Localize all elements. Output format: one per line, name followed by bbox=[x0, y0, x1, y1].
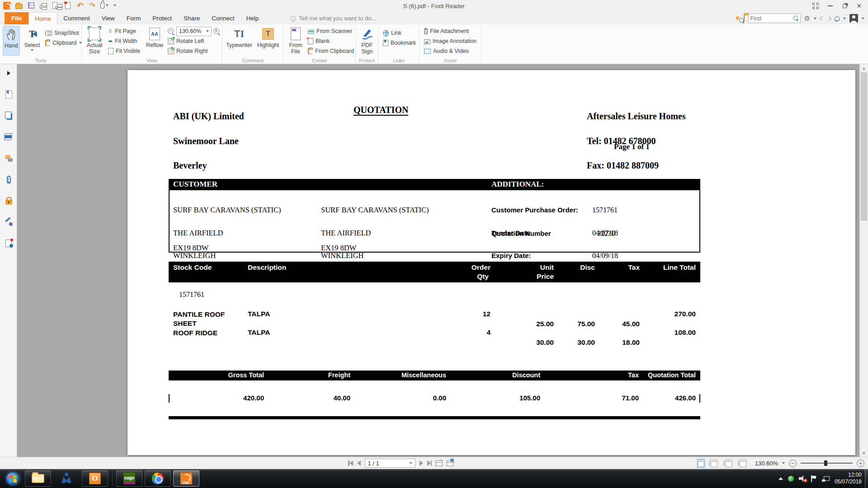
zoom-out-icon[interactable]: − bbox=[168, 28, 175, 35]
actual-size-button[interactable]: Actual Size bbox=[85, 26, 104, 56]
taskbar-messenger-button[interactable] bbox=[53, 470, 80, 487]
close-button[interactable]: ✕ bbox=[852, 0, 866, 12]
hand-tool-button[interactable]: Hand bbox=[3, 26, 20, 56]
taskbar-clock[interactable]: 12:00 05/07/2018 bbox=[835, 472, 862, 485]
blank-button[interactable]: Blank bbox=[308, 37, 330, 46]
gear-dropdown-caret[interactable] bbox=[814, 18, 816, 19]
tell-me-box[interactable]: Tell me what you want to do... bbox=[291, 12, 376, 24]
fit-width-button[interactable]: ⬌ Fit Width bbox=[108, 37, 137, 46]
layers-panel-icon[interactable] bbox=[3, 131, 14, 142]
first-page-button[interactable] bbox=[348, 460, 353, 466]
start-button[interactable] bbox=[3, 470, 23, 487]
notifications-bell-icon[interactable] bbox=[835, 16, 840, 21]
print-icon[interactable] bbox=[39, 1, 47, 9]
next-page-button[interactable] bbox=[420, 460, 423, 466]
snapshot-button[interactable]: SnapShot bbox=[45, 28, 79, 38]
volume-muted-icon[interactable]: ✕ bbox=[799, 475, 806, 482]
bookmarks-panel-icon[interactable] bbox=[3, 89, 14, 100]
scroll-down-arrow[interactable]: ▼ bbox=[860, 449, 868, 457]
facing-view-icon[interactable] bbox=[725, 460, 732, 467]
hand-tool-quick-icon[interactable] bbox=[100, 1, 108, 9]
pdf-page[interactable]: ABI (UK) Limited Swinemoor Lane Beverley… bbox=[127, 70, 855, 455]
taskbar-foxit-button[interactable] bbox=[173, 470, 199, 487]
zoom-out-button[interactable]: − bbox=[789, 460, 797, 467]
typewriter-button[interactable]: TI Typewriter bbox=[224, 26, 254, 56]
taskbar-outlook-button[interactable]: O bbox=[82, 470, 108, 487]
scrollbar-thumb[interactable] bbox=[861, 72, 867, 221]
continuous-view-icon[interactable] bbox=[711, 460, 717, 467]
save-icon[interactable] bbox=[27, 1, 35, 9]
new-document-icon[interactable]: ✱ bbox=[64, 1, 72, 9]
highlight-button[interactable]: T Highlight bbox=[255, 26, 281, 56]
ui-layout-icon[interactable] bbox=[808, 0, 823, 12]
tab-file[interactable]: File bbox=[5, 12, 28, 24]
search-icon[interactable] bbox=[793, 16, 798, 21]
action-center-flag-icon[interactable] bbox=[811, 475, 817, 482]
zoom-slider[interactable] bbox=[801, 463, 853, 464]
page-number-box[interactable]: 1 / 1 bbox=[365, 459, 415, 468]
from-file-button[interactable]: From File bbox=[286, 26, 305, 56]
show-hidden-icons-arrow[interactable] bbox=[778, 477, 783, 480]
redo-icon[interactable]: ↷ bbox=[88, 1, 96, 9]
comments-panel-icon[interactable] bbox=[3, 153, 14, 164]
back-chevron-icon[interactable] bbox=[819, 16, 824, 21]
forward-chevron-icon[interactable] bbox=[826, 16, 831, 21]
reflow-button[interactable]: AA Reflow bbox=[144, 26, 165, 56]
find-input[interactable] bbox=[749, 15, 793, 22]
clipboard-button[interactable]: Clipboard bbox=[45, 38, 82, 47]
taskbar-explorer-button[interactable] bbox=[25, 470, 51, 487]
fit-visible-button[interactable]: Fit Visible bbox=[108, 47, 140, 56]
next-view-icon[interactable] bbox=[447, 460, 453, 466]
account-avatar[interactable] bbox=[849, 14, 858, 23]
tab-protect[interactable]: Protect bbox=[146, 12, 178, 24]
customize-toolbar-icon[interactable] bbox=[113, 1, 117, 9]
tab-help[interactable]: Help bbox=[240, 12, 264, 24]
continuous-facing-view-icon[interactable] bbox=[740, 460, 746, 467]
zoom-in-button[interactable]: + bbox=[857, 460, 864, 467]
vertical-scrollbar[interactable]: ▲ ▼ bbox=[859, 64, 868, 457]
tab-connect[interactable]: Connect bbox=[206, 12, 240, 24]
last-page-button[interactable] bbox=[427, 460, 432, 466]
tab-view[interactable]: View bbox=[96, 12, 121, 24]
scroll-up-arrow[interactable]: ▲ bbox=[860, 64, 868, 72]
security-panel-icon[interactable] bbox=[3, 195, 14, 206]
tab-home[interactable]: Home bbox=[28, 12, 57, 24]
link-button[interactable]: Link bbox=[383, 28, 401, 38]
tray-status-icon[interactable] bbox=[788, 476, 794, 482]
from-scanner-button[interactable]: From Scanner bbox=[308, 27, 352, 36]
network-icon[interactable] bbox=[822, 475, 830, 482]
previous-view-icon[interactable] bbox=[436, 460, 443, 466]
signature-panel-icon[interactable] bbox=[3, 216, 14, 227]
tab-form[interactable]: Form bbox=[121, 12, 147, 24]
audio-video-button[interactable]: Audio & Video bbox=[424, 47, 469, 56]
previous-page-button[interactable] bbox=[357, 460, 361, 466]
attachments-panel-icon[interactable] bbox=[3, 174, 14, 185]
select-tool-button[interactable]: T Select bbox=[22, 26, 42, 56]
image-annotation-button[interactable]: Image Annotation bbox=[424, 37, 476, 46]
file-attachment-button[interactable]: File Attachment bbox=[424, 27, 469, 36]
pdf-sign-button[interactable]: PDF Sign bbox=[357, 26, 377, 56]
bookmark-button[interactable]: Bookmark bbox=[383, 38, 416, 47]
from-clipboard-button[interactable]: From Clipboard bbox=[308, 47, 354, 56]
open-file-icon[interactable] bbox=[15, 1, 23, 9]
panel-expand-icon[interactable] bbox=[3, 68, 14, 79]
zoom-in-icon[interactable]: + bbox=[213, 28, 220, 35]
taskbar-chrome-button[interactable] bbox=[145, 470, 171, 487]
undo-icon[interactable]: ↶ bbox=[76, 1, 84, 9]
restore-button[interactable] bbox=[837, 0, 852, 12]
pages-panel-icon[interactable] bbox=[3, 110, 14, 121]
validation-panel-icon[interactable] bbox=[3, 238, 14, 249]
account-dropdown-caret[interactable] bbox=[862, 18, 864, 19]
zoom-slider-thumb[interactable] bbox=[824, 460, 827, 466]
search-folder-icon[interactable] bbox=[744, 15, 745, 22]
rotate-left-button[interactable]: Rotate Left bbox=[168, 37, 204, 46]
fit-page-button[interactable]: ⇳ Fit Page bbox=[108, 27, 136, 36]
foxit-logo-icon[interactable] bbox=[3, 1, 11, 9]
rotate-right-button[interactable]: Rotate Right bbox=[168, 47, 208, 56]
document-area[interactable]: ABI (UK) Limited Swinemoor Lane Beverley… bbox=[18, 64, 859, 457]
minimize-button[interactable] bbox=[823, 0, 837, 12]
zoom-combobox[interactable]: 130.60% bbox=[176, 27, 212, 36]
tab-comment[interactable]: Comment bbox=[57, 12, 96, 24]
zoom-caret[interactable] bbox=[782, 462, 785, 464]
show-desktop-button[interactable] bbox=[865, 469, 868, 488]
